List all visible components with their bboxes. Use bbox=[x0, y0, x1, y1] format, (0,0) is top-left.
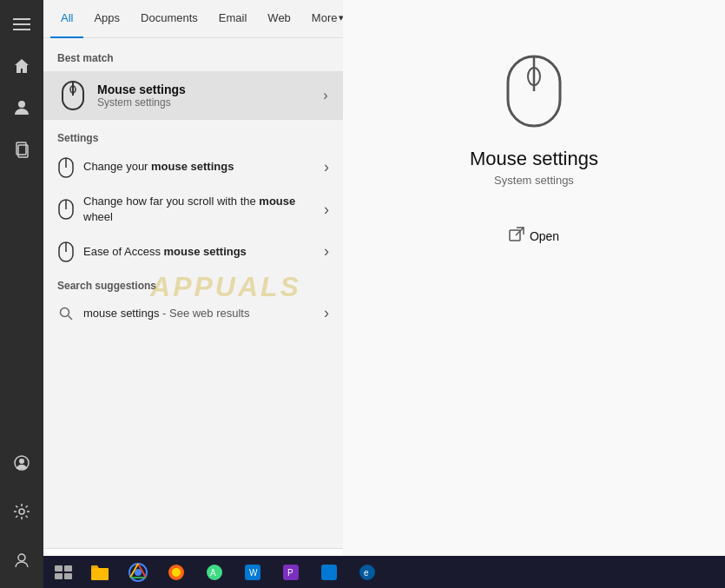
svg-rect-32 bbox=[91, 568, 109, 580]
svg-text:e: e bbox=[364, 568, 369, 578]
svg-point-3 bbox=[18, 101, 25, 108]
detail-subtitle: System settings bbox=[494, 174, 574, 187]
taskbar-firefox[interactable] bbox=[158, 558, 194, 587]
search-panel: All Apps Documents Email Web More ▾ Feed… bbox=[43, 0, 343, 588]
svg-line-20 bbox=[69, 315, 73, 320]
taskbar-app8[interactable]: e bbox=[349, 558, 386, 587]
taskbar-app7[interactable] bbox=[311, 558, 347, 587]
svg-rect-31 bbox=[64, 573, 72, 579]
svg-rect-30 bbox=[55, 573, 63, 579]
svg-text:A: A bbox=[210, 568, 216, 578]
tab-web[interactable]: Web bbox=[257, 0, 301, 38]
settings-item-1[interactable]: Change your mouse settings bbox=[43, 149, 343, 185]
best-match-item[interactable]: Mouse settings System settings › bbox=[43, 71, 343, 120]
detail-panel: Mouse settings System settings Open bbox=[343, 0, 725, 556]
taskbar-app5[interactable]: W bbox=[234, 558, 271, 587]
suggestion-item-1[interactable]: mouse settings - See web results bbox=[43, 297, 343, 329]
tabs-bar: All Apps Documents Email Web More ▾ Feed… bbox=[43, 0, 343, 38]
svg-rect-43 bbox=[321, 565, 337, 580]
settings-item-1-icon bbox=[57, 159, 75, 176]
settings-section-label: Settings bbox=[43, 122, 343, 149]
svg-rect-29 bbox=[64, 565, 72, 571]
taskbar-file-explorer[interactable] bbox=[82, 558, 118, 587]
svg-rect-2 bbox=[13, 29, 30, 30]
open-button[interactable]: Open bbox=[498, 221, 570, 251]
user-sidebar-button[interactable] bbox=[0, 539, 43, 581]
svg-text:W: W bbox=[249, 568, 258, 578]
mouse-settings-icon bbox=[57, 80, 89, 111]
tab-apps[interactable]: Apps bbox=[83, 0, 130, 38]
svg-point-19 bbox=[61, 307, 69, 316]
best-match-label: Best match bbox=[43, 49, 343, 71]
svg-point-8 bbox=[19, 509, 24, 514]
settings-item-2-icon bbox=[57, 201, 75, 218]
taskbar: A W P e bbox=[43, 556, 725, 588]
tab-email[interactable]: Email bbox=[208, 0, 258, 38]
detail-title: Mouse settings bbox=[470, 148, 598, 170]
home-button[interactable] bbox=[0, 45, 43, 87]
settings-item-3-text: Ease of Access mouse settings bbox=[83, 244, 324, 260]
settings-item-1-text: Change your mouse settings bbox=[83, 159, 324, 175]
sidebar bbox=[0, 0, 43, 588]
best-match-subtitle: System settings bbox=[97, 96, 329, 109]
taskbar-app6[interactable]: P bbox=[273, 558, 309, 587]
settings-item-2[interactable]: Change how far you scroll with the mouse… bbox=[43, 185, 343, 234]
svg-rect-0 bbox=[13, 18, 30, 20]
svg-point-7 bbox=[19, 459, 24, 464]
open-icon bbox=[509, 227, 524, 246]
tab-documents[interactable]: Documents bbox=[130, 0, 208, 38]
settings-item-1-arrow bbox=[324, 158, 329, 176]
settings-item-2-arrow bbox=[324, 201, 329, 219]
svg-text:P: P bbox=[287, 568, 293, 578]
hamburger-button[interactable] bbox=[0, 3, 43, 45]
suggestions-label: Search suggestions bbox=[43, 269, 343, 297]
svg-rect-1 bbox=[13, 23, 30, 25]
taskbar-chrome[interactable] bbox=[120, 558, 156, 587]
svg-point-36 bbox=[172, 568, 181, 577]
suggestion-arrow-1 bbox=[324, 304, 329, 322]
settings-item-2-text: Change how far you scroll with the mouse… bbox=[83, 194, 324, 225]
search-suggestion-icon bbox=[57, 305, 75, 322]
svg-point-9 bbox=[18, 554, 25, 561]
taskbar-android[interactable]: A bbox=[196, 558, 233, 587]
avatar-button[interactable] bbox=[0, 442, 43, 484]
settings-item-3-arrow bbox=[324, 242, 329, 261]
settings-item-3-icon bbox=[57, 243, 75, 261]
person-button[interactable] bbox=[0, 87, 43, 129]
detail-mouse-icon bbox=[504, 52, 564, 130]
best-match-text: Mouse settings System settings bbox=[97, 83, 329, 109]
tab-all[interactable]: All bbox=[50, 0, 83, 38]
copy-button[interactable] bbox=[0, 129, 43, 170]
best-match-title: Mouse settings bbox=[97, 83, 329, 96]
best-match-arrow[interactable]: › bbox=[308, 71, 343, 120]
task-view-button[interactable] bbox=[47, 558, 80, 587]
svg-rect-28 bbox=[55, 565, 63, 571]
suggestion-text-1: mouse settings - See web results bbox=[83, 307, 249, 320]
svg-point-34 bbox=[135, 569, 142, 576]
settings-item-3[interactable]: Ease of Access mouse settings bbox=[43, 234, 343, 269]
content-area: Best match Mouse settings System setting… bbox=[43, 38, 343, 548]
settings-sidebar-button[interactable] bbox=[0, 491, 43, 532]
